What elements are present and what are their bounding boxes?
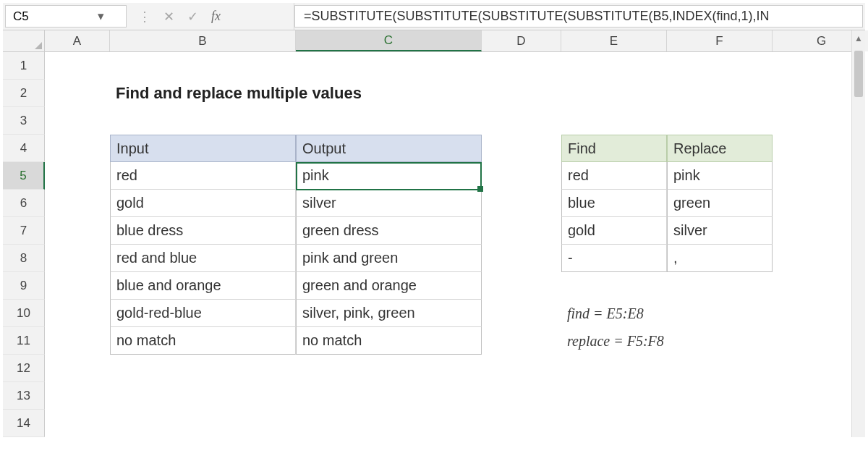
cell[interactable] bbox=[45, 382, 110, 410]
row-header[interactable]: 3 bbox=[3, 107, 45, 135]
cell[interactable] bbox=[110, 382, 296, 410]
cell[interactable] bbox=[110, 410, 296, 437]
row-header[interactable]: 4 bbox=[3, 135, 45, 162]
row-header[interactable]: 8 bbox=[3, 245, 45, 272]
cell[interactable] bbox=[482, 52, 561, 80]
col-header-C[interactable]: C bbox=[296, 30, 482, 51]
cell[interactable] bbox=[45, 300, 110, 327]
col-header-A[interactable]: A bbox=[45, 30, 110, 51]
cell[interactable] bbox=[45, 327, 110, 355]
cell[interactable] bbox=[45, 80, 110, 107]
cell[interactable] bbox=[296, 355, 482, 382]
cell[interactable]: - bbox=[561, 245, 667, 272]
cell[interactable] bbox=[110, 107, 296, 135]
cell[interactable] bbox=[561, 410, 667, 437]
name-box-input[interactable] bbox=[9, 7, 93, 27]
cell[interactable] bbox=[667, 80, 773, 107]
cell[interactable]: green dress bbox=[296, 217, 482, 245]
cell[interactable] bbox=[482, 272, 561, 300]
col-header-B[interactable]: B bbox=[110, 30, 296, 51]
cell[interactable] bbox=[482, 107, 561, 135]
cell[interactable]: blue dress bbox=[110, 217, 296, 245]
row-header[interactable]: 6 bbox=[3, 190, 45, 217]
chevron-down-icon[interactable]: ▾ bbox=[93, 9, 109, 24]
formula-input[interactable]: =SUBSTITUTE(SUBSTITUTE(SUBSTITUTE(SUBSTI… bbox=[294, 5, 863, 28]
scroll-up-icon[interactable]: ▲ bbox=[854, 33, 863, 43]
row-header[interactable]: 12 bbox=[3, 355, 45, 382]
cell[interactable] bbox=[482, 355, 561, 382]
cell[interactable] bbox=[482, 410, 561, 437]
cell[interactable]: gold bbox=[110, 190, 296, 217]
row-header[interactable]: 2 bbox=[3, 80, 45, 107]
cell[interactable] bbox=[45, 272, 110, 300]
cell[interactable] bbox=[482, 190, 561, 217]
col-header-D[interactable]: D bbox=[482, 30, 561, 51]
cell[interactable] bbox=[667, 382, 773, 410]
cell[interactable] bbox=[561, 382, 667, 410]
scroll-thumb[interactable] bbox=[854, 51, 863, 97]
cell[interactable]: red bbox=[561, 162, 667, 190]
enter-icon[interactable]: ✓ bbox=[187, 9, 198, 25]
cell[interactable] bbox=[45, 245, 110, 272]
row-header[interactable]: 7 bbox=[3, 217, 45, 245]
fx-icon[interactable]: fx bbox=[211, 9, 221, 24]
cell[interactable] bbox=[667, 410, 773, 437]
cell[interactable] bbox=[561, 80, 667, 107]
row-header[interactable]: 9 bbox=[3, 272, 45, 300]
cell[interactable] bbox=[296, 107, 482, 135]
row-header[interactable]: 11 bbox=[3, 327, 45, 355]
cell[interactable] bbox=[296, 410, 482, 437]
cell[interactable]: pink bbox=[667, 162, 773, 190]
cell[interactable] bbox=[667, 52, 773, 80]
table2-header-find[interactable]: Find bbox=[561, 135, 667, 162]
cell[interactable]: red bbox=[110, 162, 296, 190]
cell[interactable]: blue bbox=[561, 190, 667, 217]
cell[interactable]: pink and green bbox=[296, 245, 482, 272]
cell[interactable] bbox=[667, 107, 773, 135]
table2-header-replace[interactable]: Replace bbox=[667, 135, 773, 162]
cell[interactable] bbox=[561, 355, 667, 382]
cell[interactable]: gold bbox=[561, 217, 667, 245]
cell[interactable] bbox=[561, 272, 667, 300]
cell[interactable] bbox=[110, 52, 296, 80]
cell[interactable] bbox=[482, 300, 561, 327]
cell[interactable] bbox=[482, 382, 561, 410]
cell[interactable] bbox=[45, 107, 110, 135]
cell[interactable] bbox=[482, 245, 561, 272]
row-header[interactable]: 1 bbox=[3, 52, 45, 80]
cell[interactable] bbox=[482, 162, 561, 190]
cell[interactable] bbox=[45, 52, 110, 80]
cell[interactable]: green and orange bbox=[296, 272, 482, 300]
cell[interactable] bbox=[45, 355, 110, 382]
cell[interactable] bbox=[561, 107, 667, 135]
cell[interactable]: silver bbox=[296, 190, 482, 217]
col-header-F[interactable]: F bbox=[667, 30, 773, 51]
row-header[interactable]: 13 bbox=[3, 382, 45, 410]
row-header[interactable]: 10 bbox=[3, 300, 45, 327]
cell[interactable]: pink bbox=[296, 162, 482, 190]
cancel-icon[interactable]: ✕ bbox=[163, 9, 174, 25]
cell[interactable]: , bbox=[667, 245, 773, 272]
row-header[interactable]: 5 bbox=[3, 162, 45, 190]
cell[interactable]: green bbox=[667, 190, 773, 217]
cell[interactable] bbox=[482, 327, 561, 355]
cell[interactable]: no match bbox=[110, 327, 296, 355]
row-header[interactable]: 14 bbox=[3, 410, 45, 437]
cell[interactable] bbox=[561, 52, 667, 80]
cell[interactable] bbox=[45, 217, 110, 245]
cell[interactable] bbox=[45, 410, 110, 437]
cell[interactable] bbox=[667, 355, 773, 382]
name-box[interactable]: ▾ bbox=[5, 5, 127, 28]
cell[interactable]: no match bbox=[296, 327, 482, 355]
cell[interactable] bbox=[45, 190, 110, 217]
table1-header-input[interactable]: Input bbox=[110, 135, 296, 162]
cell[interactable] bbox=[482, 80, 561, 107]
cell[interactable] bbox=[667, 272, 773, 300]
cell[interactable] bbox=[45, 135, 110, 162]
cell[interactable] bbox=[296, 382, 482, 410]
cell[interactable]: silver, pink, green bbox=[296, 300, 482, 327]
cell[interactable]: red and blue bbox=[110, 245, 296, 272]
cell[interactable]: blue and orange bbox=[110, 272, 296, 300]
vertical-scrollbar[interactable]: ▲ bbox=[851, 30, 865, 437]
cell[interactable] bbox=[296, 52, 482, 80]
